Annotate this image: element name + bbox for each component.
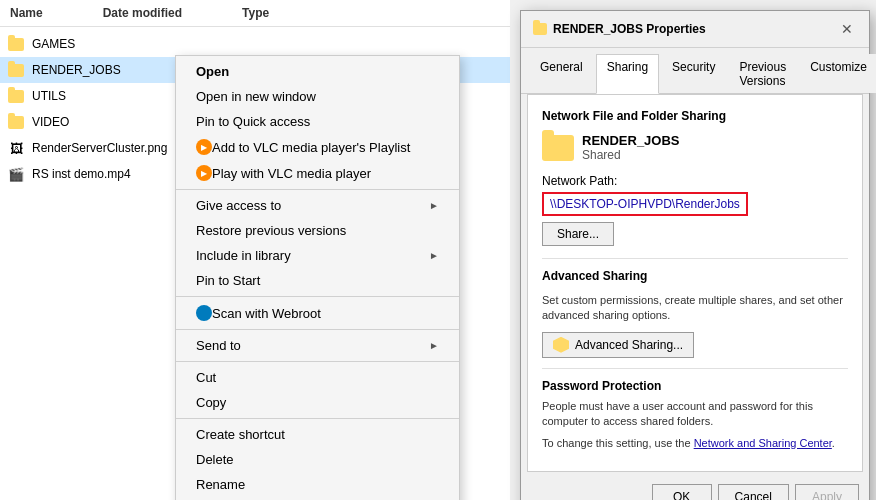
- col-type: Type: [242, 6, 269, 20]
- ctx-divider: [176, 296, 459, 297]
- ctx-item-left: Add to VLC media player's Playlist: [196, 139, 410, 155]
- folder-icon: [8, 88, 24, 104]
- ok-button[interactable]: OK: [652, 484, 712, 500]
- password-desc-text: People must have a user account and pass…: [542, 400, 813, 427]
- sharing-section-title: Network File and Folder Sharing: [542, 109, 848, 123]
- dialog-titlebar: RENDER_JOBS Properties ✕: [521, 11, 869, 48]
- ctx-item-left: Scan with Webroot: [196, 305, 321, 321]
- col-name: Name: [10, 6, 43, 20]
- ctx-create-shortcut[interactable]: Create shortcut: [176, 422, 459, 447]
- advanced-btn-label: Advanced Sharing...: [575, 338, 683, 352]
- vlc-icon: [196, 139, 212, 155]
- mp4-icon: 🎬: [8, 166, 24, 182]
- ctx-vlc-playlist[interactable]: Add to VLC media player's Playlist: [176, 134, 459, 160]
- ctx-item-left: Play with VLC media player: [196, 165, 371, 181]
- advanced-sharing-section: Advanced Sharing Set custom permissions,…: [542, 258, 848, 358]
- ctx-vlc-play[interactable]: Play with VLC media player: [176, 160, 459, 186]
- shield-icon: [553, 337, 569, 353]
- ctx-divider: [176, 189, 459, 190]
- ctx-label: Include in library: [196, 248, 291, 263]
- chevron-right-icon: ►: [429, 340, 439, 351]
- ctx-label: Pin to Start: [196, 273, 260, 288]
- advanced-section-title: Advanced Sharing: [542, 269, 848, 283]
- network-path-box[interactable]: \\DESKTOP-OIPHVPD\RenderJobs: [542, 192, 748, 216]
- network-sharing-center-link[interactable]: Network and Sharing Center: [694, 437, 832, 449]
- share-button[interactable]: Share...: [542, 222, 614, 246]
- ctx-label: Play with VLC media player: [212, 166, 371, 181]
- dialog-title: RENDER_JOBS Properties: [533, 22, 706, 36]
- network-path-label: Network Path:: [542, 174, 848, 188]
- ctx-label: Create shortcut: [196, 427, 285, 442]
- ctx-open-label: Open: [196, 64, 229, 79]
- tab-label: Previous Versions: [739, 60, 786, 88]
- dialog-title-text: RENDER_JOBS Properties: [553, 22, 706, 36]
- ctx-label: Cut: [196, 370, 216, 385]
- ctx-send-to[interactable]: Send to ►: [176, 333, 459, 358]
- folder-icon: [8, 114, 24, 130]
- password-link-pre: To change this setting, use the: [542, 437, 694, 449]
- ctx-open-new-window[interactable]: Open in new window: [176, 84, 459, 109]
- file-row[interactable]: GAMES: [0, 31, 510, 57]
- ctx-open[interactable]: Open: [176, 59, 459, 84]
- ctx-copy[interactable]: Copy: [176, 390, 459, 415]
- tab-sharing[interactable]: Sharing: [596, 54, 659, 94]
- col-date: Date modified: [103, 6, 182, 20]
- file-name: GAMES: [32, 37, 276, 51]
- dialog-body: Network File and Folder Sharing RENDER_J…: [527, 94, 863, 472]
- ctx-label: Copy: [196, 395, 226, 410]
- ctx-delete[interactable]: Delete: [176, 447, 459, 472]
- apply-button[interactable]: Apply: [795, 484, 859, 500]
- close-button[interactable]: ✕: [837, 19, 857, 39]
- advanced-desc: Set custom permissions, create multiple …: [542, 293, 848, 324]
- ctx-label: Give access to: [196, 198, 281, 213]
- dialog-folder-icon: [533, 23, 547, 35]
- tab-customize[interactable]: Customize: [799, 54, 876, 93]
- share-info: RENDER_JOBS Shared: [582, 133, 680, 162]
- password-title: Password Protection: [542, 379, 848, 393]
- tab-security[interactable]: Security: [661, 54, 726, 93]
- ctx-divider: [176, 361, 459, 362]
- context-menu: Open Open in new window Pin to Quick acc…: [175, 55, 460, 500]
- share-item: RENDER_JOBS Shared: [542, 133, 848, 162]
- tab-label: Customize: [810, 60, 867, 74]
- dialog-tabs: General Sharing Security Previous Versio…: [521, 48, 869, 94]
- ctx-webroot-scan[interactable]: Scan with Webroot: [176, 300, 459, 326]
- ctx-pin-start[interactable]: Pin to Start: [176, 268, 459, 293]
- share-name: RENDER_JOBS: [582, 133, 680, 148]
- webroot-icon: [196, 305, 212, 321]
- password-link-row: To change this setting, use the Network …: [542, 436, 848, 451]
- tab-previous-versions[interactable]: Previous Versions: [728, 54, 797, 93]
- tab-general[interactable]: General: [529, 54, 594, 93]
- ctx-pin-quick[interactable]: Pin to Quick access: [176, 109, 459, 134]
- ctx-label: Open in new window: [196, 89, 316, 104]
- chevron-right-icon: ►: [429, 200, 439, 211]
- ctx-include-library[interactable]: Include in library ►: [176, 243, 459, 268]
- cancel-button[interactable]: Cancel: [718, 484, 789, 500]
- ctx-label: Send to: [196, 338, 241, 353]
- tab-label: General: [540, 60, 583, 74]
- ctx-label: Pin to Quick access: [196, 114, 310, 129]
- png-icon: 🖼: [8, 140, 24, 156]
- folder-icon: [8, 36, 24, 52]
- share-folder-icon: [542, 135, 574, 161]
- ctx-divider: [176, 329, 459, 330]
- ctx-give-access[interactable]: Give access to ►: [176, 193, 459, 218]
- ctx-rename[interactable]: Rename: [176, 472, 459, 497]
- network-path-section: Network Path: \\DESKTOP-OIPHVPD\RenderJo…: [542, 174, 848, 246]
- password-desc: People must have a user account and pass…: [542, 399, 848, 430]
- tab-label: Sharing: [607, 60, 648, 74]
- chevron-right-icon: ►: [429, 250, 439, 261]
- ctx-cut[interactable]: Cut: [176, 365, 459, 390]
- properties-dialog: RENDER_JOBS Properties ✕ General Sharing…: [520, 10, 870, 500]
- advanced-sharing-button[interactable]: Advanced Sharing...: [542, 332, 694, 358]
- password-link-post: .: [832, 437, 835, 449]
- ctx-label: Scan with Webroot: [212, 306, 321, 321]
- ctx-label: Delete: [196, 452, 234, 467]
- ctx-divider: [176, 418, 459, 419]
- folder-icon: [8, 62, 24, 78]
- share-status: Shared: [582, 148, 680, 162]
- ctx-label: Add to VLC media player's Playlist: [212, 140, 410, 155]
- ctx-restore-prev[interactable]: Restore previous versions: [176, 218, 459, 243]
- dialog-footer: OK Cancel Apply: [521, 478, 869, 500]
- vlc-icon: [196, 165, 212, 181]
